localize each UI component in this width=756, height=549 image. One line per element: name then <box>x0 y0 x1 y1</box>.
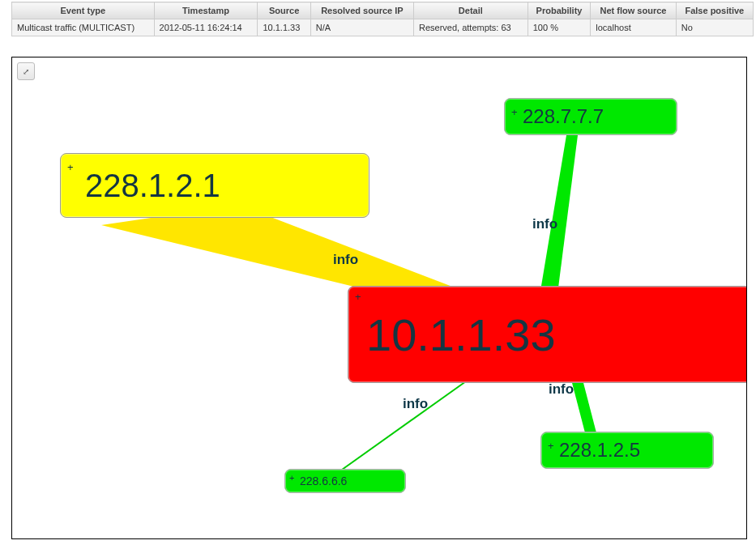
expand-button[interactable]: ⤢ <box>17 62 35 80</box>
col-resolved-ip[interactable]: Resolved source IP <box>310 2 413 19</box>
col-netflow-source[interactable]: Net flow source <box>591 2 676 19</box>
cell-timestamp: 2012-05-11 16:24:14 <box>154 19 258 36</box>
node-nw-label: 228.1.2.1 <box>85 168 220 204</box>
cell-false-positive: No <box>676 19 753 36</box>
cell-probability: 100 % <box>527 19 591 36</box>
edge-sw <box>325 381 466 482</box>
node-se[interactable]: + 228.1.2.5 <box>540 432 714 469</box>
cell-detail: Reserved, attempts: 63 <box>413 19 527 36</box>
node-sw-label: 228.6.6.6 <box>300 475 347 487</box>
cell-netflow-source: localhost <box>591 19 676 36</box>
event-table-row[interactable]: Multicast traffic (MULTICAST) 2012-05-11… <box>12 19 754 36</box>
col-event-type[interactable]: Event type <box>12 2 155 19</box>
node-ne-label: 228.7.7.7 <box>523 105 604 128</box>
plus-icon: + <box>511 107 518 117</box>
cell-resolved-ip: N/A <box>310 19 413 36</box>
node-center-label: 10.1.1.33 <box>366 309 556 361</box>
event-table: Event type Timestamp Source Resolved sou… <box>11 2 754 36</box>
col-source[interactable]: Source <box>258 2 310 19</box>
node-ne[interactable]: + 228.7.7.7 <box>504 98 677 135</box>
plus-icon: + <box>289 474 294 483</box>
event-table-header-row: Event type Timestamp Source Resolved sou… <box>12 2 754 19</box>
col-probability[interactable]: Probability <box>527 2 591 19</box>
node-sw[interactable]: + 228.6.6.6 <box>284 469 406 493</box>
cell-source: 10.1.1.33 <box>258 19 310 36</box>
edge-ne <box>539 135 578 300</box>
graph-panel[interactable]: info info info info + 10.1.1.33 + 228.1.… <box>11 57 747 539</box>
plus-icon: + <box>355 292 361 302</box>
col-detail[interactable]: Detail <box>413 2 527 19</box>
cell-event-type: Multicast traffic (MULTICAST) <box>12 19 155 36</box>
expand-icon: ⤢ <box>23 67 29 76</box>
plus-icon: + <box>548 440 554 451</box>
node-se-label: 228.1.2.5 <box>559 439 640 462</box>
col-timestamp[interactable]: Timestamp <box>154 2 258 19</box>
plus-icon: + <box>67 162 74 172</box>
node-center[interactable]: + 10.1.1.33 <box>348 286 747 383</box>
node-nw[interactable]: + 228.1.2.1 <box>60 153 369 218</box>
col-false-positive[interactable]: False positive <box>676 2 753 19</box>
